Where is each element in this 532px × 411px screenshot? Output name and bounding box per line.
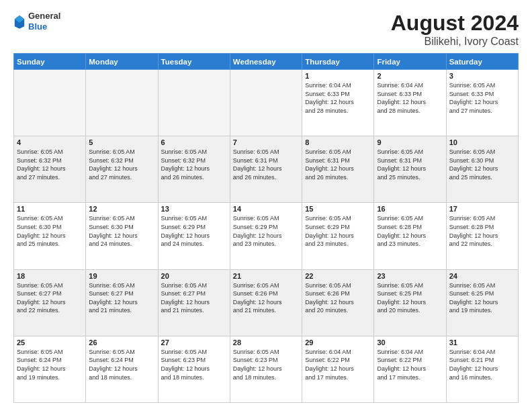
day-number: 30 bbox=[377, 338, 443, 347]
table-row: 7Sunrise: 6:05 AM Sunset: 6:31 PM Daylig… bbox=[230, 136, 302, 203]
day-number: 12 bbox=[89, 205, 154, 213]
table-row bbox=[230, 70, 302, 136]
col-saturday: Saturday bbox=[446, 54, 518, 70]
day-number: 1 bbox=[305, 72, 371, 80]
day-number: 31 bbox=[449, 338, 515, 347]
table-row: 20Sunrise: 6:05 AM Sunset: 6:27 PM Dayli… bbox=[158, 269, 230, 336]
day-number: 8 bbox=[305, 138, 371, 146]
table-row: 30Sunrise: 6:04 AM Sunset: 6:22 PM Dayli… bbox=[374, 336, 446, 402]
table-row: 23Sunrise: 6:05 AM Sunset: 6:25 PM Dayli… bbox=[374, 269, 446, 336]
day-number: 15 bbox=[305, 205, 371, 213]
calendar: Sunday Monday Tuesday Wednesday Thursday… bbox=[13, 53, 519, 403]
calendar-week-row: 1Sunrise: 6:04 AM Sunset: 6:33 PM Daylig… bbox=[14, 70, 519, 136]
day-info: Sunrise: 6:05 AM Sunset: 6:28 PM Dayligh… bbox=[449, 214, 515, 248]
day-number: 16 bbox=[377, 205, 443, 213]
day-number: 9 bbox=[377, 138, 443, 146]
table-row: 11Sunrise: 6:05 AM Sunset: 6:30 PM Dayli… bbox=[14, 203, 86, 269]
day-info: Sunrise: 6:05 AM Sunset: 6:33 PM Dayligh… bbox=[449, 81, 515, 115]
day-info: Sunrise: 6:05 AM Sunset: 6:32 PM Dayligh… bbox=[17, 148, 83, 181]
logo-icon bbox=[13, 14, 26, 29]
table-row: 3Sunrise: 6:05 AM Sunset: 6:33 PM Daylig… bbox=[446, 70, 518, 136]
table-row: 24Sunrise: 6:05 AM Sunset: 6:25 PM Dayli… bbox=[446, 269, 518, 336]
col-monday: Monday bbox=[86, 54, 158, 70]
day-info: Sunrise: 6:04 AM Sunset: 6:33 PM Dayligh… bbox=[305, 81, 371, 115]
col-tuesday: Tuesday bbox=[158, 54, 230, 70]
table-row: 1Sunrise: 6:04 AM Sunset: 6:33 PM Daylig… bbox=[302, 70, 374, 136]
page-subtitle: Bilikehi, Ivory Coast bbox=[391, 36, 519, 48]
day-info: Sunrise: 6:05 AM Sunset: 6:31 PM Dayligh… bbox=[233, 148, 299, 181]
calendar-week-row: 25Sunrise: 6:05 AM Sunset: 6:24 PM Dayli… bbox=[14, 336, 519, 402]
col-thursday: Thursday bbox=[302, 54, 374, 70]
day-info: Sunrise: 6:05 AM Sunset: 6:31 PM Dayligh… bbox=[305, 148, 371, 181]
page: General Blue August 2024 Bilikehi, Ivory… bbox=[0, 0, 532, 411]
day-info: Sunrise: 6:05 AM Sunset: 6:29 PM Dayligh… bbox=[305, 214, 371, 248]
day-info: Sunrise: 6:05 AM Sunset: 6:32 PM Dayligh… bbox=[89, 148, 154, 181]
table-row: 14Sunrise: 6:05 AM Sunset: 6:29 PM Dayli… bbox=[230, 203, 302, 269]
calendar-week-row: 11Sunrise: 6:05 AM Sunset: 6:30 PM Dayli… bbox=[14, 203, 519, 269]
day-number: 29 bbox=[305, 338, 371, 347]
col-sunday: Sunday bbox=[14, 54, 86, 70]
day-info: Sunrise: 6:05 AM Sunset: 6:27 PM Dayligh… bbox=[89, 281, 154, 315]
table-row: 8Sunrise: 6:05 AM Sunset: 6:31 PM Daylig… bbox=[302, 136, 374, 203]
table-row: 19Sunrise: 6:05 AM Sunset: 6:27 PM Dayli… bbox=[86, 269, 158, 336]
day-info: Sunrise: 6:05 AM Sunset: 6:23 PM Dayligh… bbox=[233, 348, 299, 381]
day-number: 10 bbox=[449, 138, 515, 146]
table-row: 4Sunrise: 6:05 AM Sunset: 6:32 PM Daylig… bbox=[14, 136, 86, 203]
day-info: Sunrise: 6:05 AM Sunset: 6:29 PM Dayligh… bbox=[233, 214, 299, 248]
table-row: 27Sunrise: 6:05 AM Sunset: 6:23 PM Dayli… bbox=[158, 336, 230, 402]
day-number: 27 bbox=[161, 338, 227, 347]
day-number: 3 bbox=[449, 72, 515, 80]
day-info: Sunrise: 6:05 AM Sunset: 6:24 PM Dayligh… bbox=[89, 348, 154, 381]
day-info: Sunrise: 6:05 AM Sunset: 6:26 PM Dayligh… bbox=[305, 281, 371, 315]
day-info: Sunrise: 6:05 AM Sunset: 6:28 PM Dayligh… bbox=[377, 214, 443, 248]
day-info: Sunrise: 6:05 AM Sunset: 6:27 PM Dayligh… bbox=[161, 281, 227, 315]
day-number: 2 bbox=[377, 72, 443, 80]
day-number: 17 bbox=[449, 205, 515, 213]
day-number: 18 bbox=[17, 272, 83, 280]
day-info: Sunrise: 6:05 AM Sunset: 6:29 PM Dayligh… bbox=[161, 214, 227, 248]
day-number: 28 bbox=[233, 338, 299, 347]
table-row: 21Sunrise: 6:05 AM Sunset: 6:26 PM Dayli… bbox=[230, 269, 302, 336]
table-row: 25Sunrise: 6:05 AM Sunset: 6:24 PM Dayli… bbox=[14, 336, 86, 402]
day-info: Sunrise: 6:05 AM Sunset: 6:23 PM Dayligh… bbox=[161, 348, 227, 381]
table-row: 10Sunrise: 6:05 AM Sunset: 6:30 PM Dayli… bbox=[446, 136, 518, 203]
day-info: Sunrise: 6:05 AM Sunset: 6:30 PM Dayligh… bbox=[89, 214, 154, 248]
page-title: August 2024 bbox=[391, 11, 519, 36]
col-wednesday: Wednesday bbox=[230, 54, 302, 70]
calendar-week-row: 4Sunrise: 6:05 AM Sunset: 6:32 PM Daylig… bbox=[14, 136, 519, 203]
day-number: 25 bbox=[17, 338, 83, 347]
calendar-header-row: Sunday Monday Tuesday Wednesday Thursday… bbox=[14, 54, 519, 70]
day-number: 5 bbox=[89, 138, 154, 146]
table-row bbox=[14, 70, 86, 136]
table-row: 18Sunrise: 6:05 AM Sunset: 6:27 PM Dayli… bbox=[14, 269, 86, 336]
title-block: August 2024 Bilikehi, Ivory Coast bbox=[391, 11, 519, 48]
table-row: 31Sunrise: 6:04 AM Sunset: 6:21 PM Dayli… bbox=[446, 336, 518, 402]
day-number: 7 bbox=[233, 138, 299, 146]
table-row: 12Sunrise: 6:05 AM Sunset: 6:30 PM Dayli… bbox=[86, 203, 158, 269]
day-number: 21 bbox=[233, 272, 299, 280]
day-info: Sunrise: 6:05 AM Sunset: 6:30 PM Dayligh… bbox=[17, 214, 83, 248]
day-number: 24 bbox=[449, 272, 515, 280]
table-row: 17Sunrise: 6:05 AM Sunset: 6:28 PM Dayli… bbox=[446, 203, 518, 269]
day-number: 4 bbox=[17, 138, 83, 146]
table-row: 28Sunrise: 6:05 AM Sunset: 6:23 PM Dayli… bbox=[230, 336, 302, 402]
day-number: 22 bbox=[305, 272, 371, 280]
day-info: Sunrise: 6:04 AM Sunset: 6:22 PM Dayligh… bbox=[305, 348, 371, 381]
logo: General Blue bbox=[13, 11, 60, 32]
day-info: Sunrise: 6:05 AM Sunset: 6:24 PM Dayligh… bbox=[17, 348, 83, 381]
table-row: 22Sunrise: 6:05 AM Sunset: 6:26 PM Dayli… bbox=[302, 269, 374, 336]
day-number: 23 bbox=[377, 272, 443, 280]
day-info: Sunrise: 6:05 AM Sunset: 6:26 PM Dayligh… bbox=[233, 281, 299, 315]
day-number: 19 bbox=[89, 272, 154, 280]
day-info: Sunrise: 6:04 AM Sunset: 6:21 PM Dayligh… bbox=[449, 348, 515, 381]
table-row: 13Sunrise: 6:05 AM Sunset: 6:29 PM Dayli… bbox=[158, 203, 230, 269]
day-info: Sunrise: 6:05 AM Sunset: 6:31 PM Dayligh… bbox=[377, 148, 443, 181]
table-row: 2Sunrise: 6:04 AM Sunset: 6:33 PM Daylig… bbox=[374, 70, 446, 136]
table-row: 6Sunrise: 6:05 AM Sunset: 6:32 PM Daylig… bbox=[158, 136, 230, 203]
table-row: 15Sunrise: 6:05 AM Sunset: 6:29 PM Dayli… bbox=[302, 203, 374, 269]
table-row: 5Sunrise: 6:05 AM Sunset: 6:32 PM Daylig… bbox=[86, 136, 158, 203]
day-number: 11 bbox=[17, 205, 83, 213]
day-info: Sunrise: 6:04 AM Sunset: 6:33 PM Dayligh… bbox=[377, 81, 443, 115]
day-info: Sunrise: 6:05 AM Sunset: 6:25 PM Dayligh… bbox=[449, 281, 515, 315]
day-info: Sunrise: 6:04 AM Sunset: 6:22 PM Dayligh… bbox=[377, 348, 443, 381]
